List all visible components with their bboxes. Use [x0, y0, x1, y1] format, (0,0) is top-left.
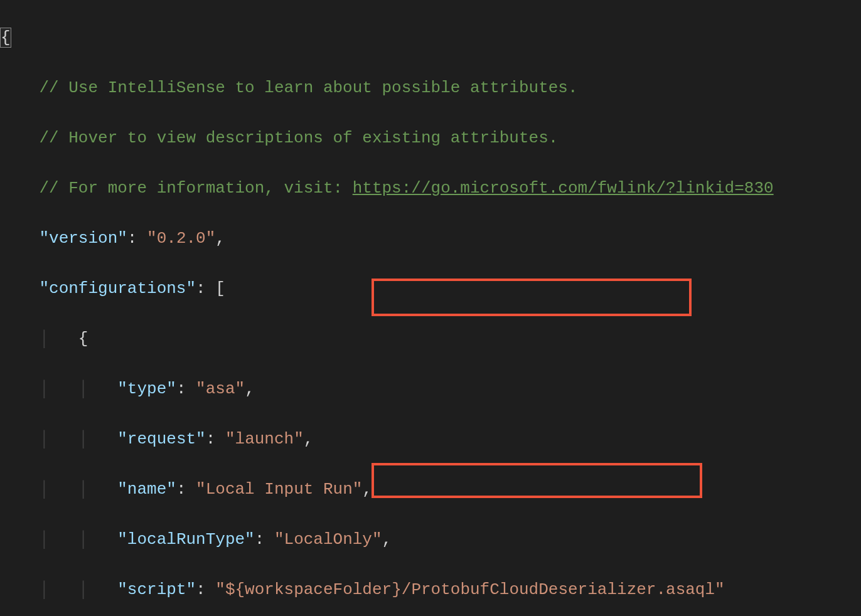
json-val-localruntype: "LocalOnly": [274, 530, 382, 549]
json-val-script-highlight: ProtobufCloudDeserializer.asaql: [411, 580, 715, 599]
json-key-configurations: "configurations": [39, 279, 196, 298]
json-val-type: "asa": [196, 380, 245, 398]
comment-line: // Use IntelliSense to learn about possi…: [39, 78, 577, 97]
comment-line: // Hover to view descriptions of existin…: [39, 129, 558, 147]
json-val-name: "Local Input Run": [196, 480, 362, 499]
comment-link[interactable]: https://go.microsoft.com/fwlink/?linkid=…: [353, 179, 774, 198]
comment-line: // For more information, visit:: [39, 179, 352, 198]
json-val-request: "launch": [225, 430, 304, 449]
code-editor[interactable]: { // Use IntelliSense to learn about pos…: [0, 0, 861, 616]
json-key-name: "name": [117, 480, 176, 499]
open-object: {: [78, 329, 88, 348]
json-val-script-suffix: ": [715, 580, 725, 599]
json-key-localruntype: "localRunType": [117, 530, 254, 549]
json-key-version: "version": [39, 229, 127, 248]
json-key-request: "request": [117, 430, 205, 449]
json-val-script-prefix: "${workspaceFolder}/: [215, 580, 411, 599]
json-key-script: "script": [117, 580, 196, 599]
json-val-version: "0.2.0": [147, 229, 215, 248]
open-brace: {: [0, 28, 11, 48]
json-key-type: "type": [117, 380, 176, 398]
